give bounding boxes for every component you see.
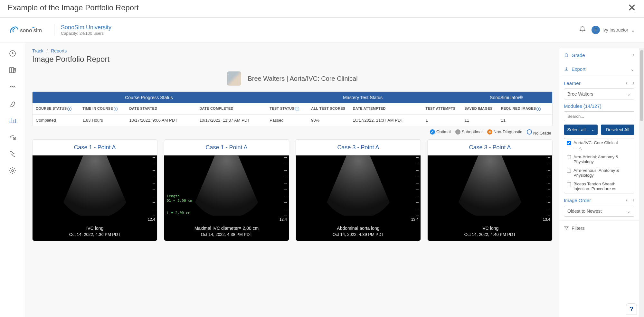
module-item[interactable]: Arm-Arterial: Anatomy & Physiology [564,153,634,166]
image-order-select[interactable]: Oldest to Newest⌄ [564,206,634,217]
learner-thumbnail [227,71,241,86]
module-list[interactable]: Aorta/IVC: Core Clinical▭ △ Arm-Arterial… [564,138,634,193]
nograde-icon [527,129,532,135]
nondiagnostic-icon: ✕ [487,129,492,135]
svg-rect-4 [12,68,14,73]
module-checkbox[interactable] [567,141,571,145]
user-name: Ivy Instructor [602,27,628,33]
org-name[interactable]: SonoSim University [61,24,111,31]
ultrasound-image: 12.4 [33,155,157,223]
header-mastery-test: Mastery Test Status [265,92,460,103]
module-item[interactable]: Aorta/IVC: Core Clinical▭ △ [564,138,634,153]
export-icon [564,67,569,72]
chevron-right-icon: › [633,52,634,58]
modules-label: Modules (14/127) [564,103,634,109]
card-caption: IVC longOct 14, 2022, 4:36 PM PDT [33,223,157,241]
user-menu[interactable]: II Ivy Instructor ⌄ [592,26,635,34]
hands-icon[interactable] [9,83,16,91]
org-capacity: Capacity: 24/100 users [61,31,111,36]
info-icon[interactable]: i [295,107,299,111]
dashboard-icon[interactable] [9,50,16,57]
bell-icon[interactable] [579,26,586,34]
module-search-input[interactable] [564,111,634,121]
export-row[interactable]: Export ⌄ [559,62,639,76]
card-title: Case 1 - Point A [33,140,157,155]
module-checkbox[interactable] [567,182,571,186]
help-button[interactable]: ? [626,303,637,314]
grade-icon [564,52,569,58]
chevron-down-icon: ⌄ [627,209,631,214]
module-item[interactable]: Biceps Tendon Sheath Injection: Procedur… [564,180,634,193]
image-card[interactable]: Case 3 - Point A 13.4 Abdominal aorta lo… [296,139,421,241]
image-card[interactable]: Case 1 - Point A 12.4 IVC longOct 14, 20… [32,139,157,241]
avatar: II [592,26,600,34]
chevron-down-icon: ⌄ [627,91,631,97]
status-row: Completed 1.83 Hours 10/17/2022, 9:06 AM… [33,115,552,126]
card-title: Case 1 - Point A [164,140,289,155]
lamp-icon[interactable] [9,100,16,107]
image-card[interactable]: Case 3 - Point A 13.4 IVC longOct 14, 20… [427,139,553,241]
card-title: Case 3 - Point A [296,140,421,155]
ultrasound-image: 13.4 [428,155,552,223]
modal-title: Example of the Image Portfolio Report [8,3,139,12]
module-checkbox[interactable] [567,169,571,173]
info-icon[interactable]: i [536,107,541,111]
select-all-button[interactable]: Select all... ⌄ [564,125,598,135]
logo: sonosim [9,23,48,36]
side-panel: Grade › Export ⌄ Learner ‹› Bree Walters… [559,48,639,317]
chevron-down-icon: ⌄ [591,128,594,132]
svg-rect-3 [10,68,11,73]
ultrasound-image: 13.4 [296,155,421,223]
ultrasound-image: LengthD1 = 2.00 cmL = 2.00 cm 12.4 [164,155,289,223]
scrollbar[interactable] [639,48,644,317]
next-order-icon[interactable]: › [633,197,634,203]
add-icon[interactable] [9,133,16,141]
info-icon[interactable]: i [114,107,118,111]
image-order-label: Image Order [564,198,591,203]
svg-point-7 [12,170,14,172]
status-table: Course Progress Status Mastery Test Stat… [32,91,553,126]
module-item[interactable]: Arm-Venous: Anatomy & Physiology [564,166,634,180]
grade-legend: ✓Optimal −Suboptimal ✕Non-Diagnostic No … [33,129,551,135]
chevron-down-icon: ⌄ [631,27,635,33]
suboptimal-icon: − [455,129,460,135]
gear-icon[interactable] [9,167,16,174]
svg-text:sono: sono [20,27,32,33]
info-icon[interactable]: i [67,107,71,111]
side-nav [0,42,25,317]
next-learner-icon[interactable]: › [633,80,634,86]
card-caption: Maximal IVC diameter= 2.00 cmOct 14, 202… [164,223,289,241]
prev-order-icon[interactable]: ‹ [626,197,627,203]
image-card[interactable]: Case 1 - Point A LengthD1 = 2.00 cmL = 2… [164,139,289,241]
breadcrumb: Track / Reports [32,48,553,53]
card-caption: Abdominal aorta longOct 14, 2022, 4:39 P… [296,223,421,241]
svg-rect-5 [14,68,16,73]
close-icon[interactable]: ✕ [628,3,636,13]
grade-row[interactable]: Grade › [559,48,639,62]
learner-section-label: Learner [564,80,581,86]
prev-learner-icon[interactable]: ‹ [626,80,627,86]
optimal-icon: ✓ [430,129,435,135]
sync-icon[interactable] [9,150,16,158]
filters-row[interactable]: Filters [559,220,639,235]
filter-icon [564,226,569,231]
learner-label: Bree Walters | Aorta/IVC: Core Clinical [248,75,357,82]
breadcrumb-root[interactable]: Track [32,48,43,53]
page-title: Image Portfolio Report [32,55,553,64]
learner-select[interactable]: Bree Walters⌄ [564,89,634,99]
module-checkbox[interactable] [567,155,571,159]
library-icon[interactable] [9,66,16,74]
module-item[interactable]: Biliary Tree: Anatomy & [564,193,634,193]
reports-icon[interactable] [9,117,16,124]
deselect-all-button[interactable]: Deselect All [601,125,635,135]
header-course-progress: Course Progress Status [33,92,265,103]
header-sonosimulator: SonoSimulator® [460,92,552,103]
breadcrumb-current[interactable]: Reports [51,48,67,53]
card-title: Case 3 - Point A [428,140,552,155]
chevron-down-icon: ⌄ [630,66,634,72]
card-caption: IVC longOct 14, 2022, 4:40 PM PDT [428,223,552,241]
